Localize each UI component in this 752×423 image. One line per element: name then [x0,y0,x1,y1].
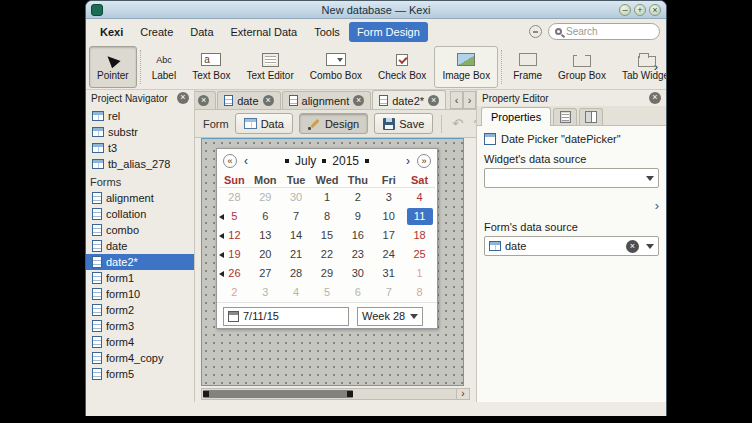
nav-form-form3[interactable]: form3 [86,318,194,334]
menu-item-data[interactable]: Data [182,22,221,42]
pointer-tool-button[interactable]: Pointer [89,46,137,88]
calendar-day[interactable]: 4 [404,188,435,207]
calendar-day[interactable]: 29 [312,264,343,283]
nav-form-form2[interactable]: form2 [86,302,194,318]
week-combo[interactable]: Week 28 [357,307,423,326]
tab-o[interactable]: o [195,91,216,109]
nav-form-form10[interactable]: form10 [86,286,194,302]
close-tab-icon[interactable] [428,95,439,106]
nav-form-date2[interactable]: date2* [86,254,194,270]
close-project-navigator-icon[interactable] [177,92,189,104]
nav-form-form1[interactable]: form1 [86,270,194,286]
settings-icon[interactable] [529,25,542,38]
section-expander-icon[interactable] [655,198,659,213]
calendar-day[interactable]: 4 [281,283,312,302]
tab-scroll-left-button[interactable] [450,91,463,109]
close-button[interactable] [649,4,661,16]
form-design-canvas[interactable]: July 2015 SunMonTueWedThuFriSat 28293012… [201,138,464,386]
close-tab-icon[interactable] [263,95,274,106]
calendar-day[interactable]: 6 [342,283,373,302]
form-data-source-combo[interactable]: date [484,236,659,256]
horizontal-scrollbar[interactable] [201,388,470,400]
text-box-tool-button[interactable]: Text Box [184,46,238,88]
nav-form-collation[interactable]: collation [86,206,194,222]
month-label[interactable]: July [293,154,318,168]
calendar-day[interactable]: 14 [281,226,312,245]
text-editor-tool-button[interactable]: Text Editor [239,46,302,88]
nav-form-alignment[interactable]: alignment [86,190,194,206]
tab-date2[interactable]: date2* [372,90,446,110]
year-label[interactable]: 2015 [330,154,361,168]
calendar-day[interactable]: 24 [373,245,404,264]
scrollbar-thumb[interactable] [203,390,353,398]
calendar-day[interactable]: 30 [342,264,373,283]
group-box-tool-button[interactable]: Group Box [550,46,614,88]
maximize-button[interactable] [634,4,646,16]
nav-form-date[interactable]: date [86,238,194,254]
tab-widget-tree[interactable] [579,108,603,125]
tab-data-source[interactable] [553,108,577,125]
nav-form-combo[interactable]: combo [86,222,194,238]
calendar-day[interactable]: 10 [373,207,404,226]
calendar-day[interactable]: 7 [281,207,312,226]
save-button[interactable]: Save [374,113,433,134]
calendar-day[interactable]: 21 [281,245,312,264]
date-field-input[interactable] [243,310,344,322]
search-box[interactable] [548,23,660,40]
next-year-button[interactable] [417,154,431,168]
date-picker-widget[interactable]: July 2015 SunMonTueWedThuFriSat 28293012… [216,148,438,329]
check-box-tool-button[interactable]: Check Box [370,46,434,88]
calendar-day[interactable]: 31 [373,264,404,283]
menu-item-tools[interactable]: Tools [306,22,348,42]
scroll-right-button[interactable] [456,389,469,399]
calendar-day[interactable]: 1 [404,264,435,283]
date-field[interactable] [223,307,349,326]
nav-form-form4[interactable]: form4 [86,334,194,350]
tab-alignment[interactable]: alignment [282,91,372,109]
calendar-day[interactable]: 5 [312,283,343,302]
tab-scroll-right-button[interactable] [463,91,476,109]
close-tab-icon[interactable] [353,95,364,106]
calendar-day[interactable]: 20 [250,245,281,264]
calendar-day[interactable]: 8 [404,283,435,302]
calendar-day[interactable]: 6 [250,207,281,226]
close-property-editor-icon[interactable] [649,92,661,104]
calendar-day[interactable]: 11 [407,208,433,225]
menu-item-create[interactable]: Create [132,22,181,42]
calendar-day[interactable]: 25 [404,245,435,264]
nav-table-tb-alias-278[interactable]: tb_alias_278 [86,156,194,172]
tab-date[interactable]: date [217,91,280,109]
calendar-day[interactable]: 16 [342,226,373,245]
calendar-day[interactable]: 30 [281,188,312,207]
menu-item-form-design[interactable]: Form Design [349,22,428,42]
prev-month-button[interactable] [241,154,251,168]
image-box-tool-button[interactable]: Image Box [434,46,498,88]
calendar-day[interactable]: 2 [342,188,373,207]
calendar-day[interactable]: 8 [312,207,343,226]
nav-table-substr[interactable]: substr [86,124,194,140]
nav-table-t3[interactable]: t3 [86,140,194,156]
nav-table-rel[interactable]: rel [86,108,194,124]
design-view-button[interactable]: Design [299,113,368,134]
calendar-day[interactable]: 2 [219,283,250,302]
prev-year-button[interactable] [223,154,237,168]
calendar-day[interactable]: 28 [281,264,312,283]
label-tool-button[interactable]: Label [144,46,184,88]
nav-form-form5[interactable]: form5 [86,366,194,382]
tab-properties[interactable]: Properties [481,107,551,126]
calendar-day[interactable]: 28 [219,188,250,207]
next-month-button[interactable] [403,154,413,168]
nav-form-form4-copy[interactable]: form4_copy [86,350,194,366]
calendar-day[interactable]: 7 [373,283,404,302]
calendar-day[interactable]: 22 [312,245,343,264]
calendar-day[interactable]: 18 [404,226,435,245]
calendar-day[interactable]: 27 [250,264,281,283]
calendar-day[interactable]: 23 [342,245,373,264]
calendar-day[interactable]: 15 [312,226,343,245]
calendar-day[interactable]: 1 [312,188,343,207]
calendar-day[interactable]: 3 [373,188,404,207]
titlebar[interactable]: New database — Kexi [86,1,666,19]
widget-data-source-combo[interactable] [484,168,659,188]
calendar-day[interactable]: 29 [250,188,281,207]
frame-tool-button[interactable]: Frame [505,46,550,88]
